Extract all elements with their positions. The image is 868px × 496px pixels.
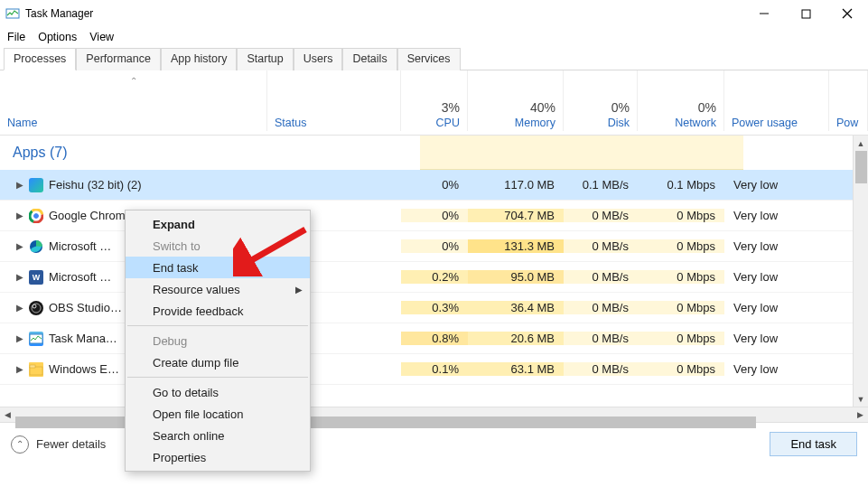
close-button[interactable] <box>826 0 868 27</box>
expand-icon[interactable]: ▶ <box>16 303 23 313</box>
word-icon: W <box>29 270 43 285</box>
col-status[interactable]: Status <box>267 70 401 131</box>
col-overflow[interactable]: Pow <box>829 70 868 131</box>
col-disk[interactable]: 0% Disk <box>564 70 638 131</box>
ctx-go-to-details[interactable]: Go to details <box>126 381 310 403</box>
fewer-details-toggle[interactable]: ⌃ Fewer details <box>11 435 106 454</box>
tab-details[interactable]: Details <box>342 48 397 70</box>
svg-rect-17 <box>30 365 35 368</box>
minimize-button[interactable] <box>743 0 785 27</box>
section-apps[interactable]: Apps (7) <box>0 136 868 170</box>
scrollbar-thumb[interactable] <box>855 151 867 183</box>
sort-indicator-icon: ⌃ <box>130 76 137 86</box>
ctx-debug[interactable]: Debug <box>126 330 310 351</box>
expand-icon[interactable]: ▶ <box>16 333 23 343</box>
col-cpu[interactable]: 3% CPU <box>401 70 468 131</box>
cpu-value: 0% <box>401 178 468 192</box>
menu-file[interactable]: File <box>7 31 25 43</box>
col-memory[interactable]: 40% Memory <box>468 70 564 131</box>
expand-icon[interactable]: ▶ <box>16 180 23 190</box>
svg-point-9 <box>33 213 39 219</box>
edge-icon <box>29 239 43 254</box>
col-network[interactable]: 0% Network <box>638 70 724 131</box>
process-name: Feishu (32 bit) (2) <box>49 178 142 192</box>
tab-services[interactable]: Services <box>397 48 461 70</box>
explorer-icon <box>29 362 43 377</box>
ctx-search-online[interactable]: Search online <box>126 425 310 446</box>
context-menu: Expand Switch to End task Resource value… <box>125 210 311 472</box>
col-name[interactable]: ⌃ Name <box>0 70 267 131</box>
menu-separator <box>127 377 308 378</box>
expand-icon[interactable]: ▶ <box>16 241 23 251</box>
memory-value: 117.0 MB <box>468 178 564 192</box>
end-task-button[interactable]: End task <box>770 432 857 456</box>
title-bar: Task Manager <box>0 0 868 27</box>
task-manager-process-icon <box>29 332 43 346</box>
feishu-icon <box>29 178 43 192</box>
window-controls <box>743 0 868 27</box>
column-headers: ⌃ Name Status 3% CPU 40% Memory 0% Disk … <box>0 70 868 136</box>
obs-icon <box>29 301 43 315</box>
expand-icon[interactable]: ▶ <box>16 272 23 282</box>
tab-performance[interactable]: Performance <box>76 48 161 70</box>
process-name: OBS Studio… <box>49 301 122 314</box>
ctx-provide-feedback[interactable]: Provide feedback <box>126 300 310 322</box>
process-name: Microsoft … <box>49 270 111 284</box>
menu-separator <box>127 325 308 326</box>
scroll-left-icon[interactable]: ◀ <box>0 407 15 423</box>
maximize-button[interactable] <box>785 0 826 27</box>
tab-startup[interactable]: Startup <box>237 48 293 70</box>
scroll-up-icon[interactable]: ▲ <box>854 136 868 151</box>
svg-rect-2 <box>802 10 810 18</box>
expand-icon[interactable]: ▶ <box>16 364 23 374</box>
scroll-down-icon[interactable]: ▼ <box>854 391 868 407</box>
expand-icon[interactable]: ▶ <box>16 211 23 220</box>
task-manager-icon <box>5 6 20 21</box>
menu-view[interactable]: View <box>89 31 114 43</box>
menu-options[interactable]: Options <box>38 31 77 43</box>
disk-value: 0.1 MB/s <box>564 178 638 192</box>
network-value: 0.1 Mbps <box>638 178 724 192</box>
ctx-end-task[interactable]: End task <box>126 257 310 278</box>
process-name: Task Mana… <box>49 332 117 345</box>
col-power-usage[interactable]: Power usage <box>724 70 829 131</box>
process-name: Windows E… <box>49 362 119 376</box>
process-name: Microsoft … <box>49 239 111 253</box>
menu-bar: File Options View <box>0 27 868 47</box>
tab-users[interactable]: Users <box>294 48 343 70</box>
ctx-expand[interactable]: Expand <box>126 213 310 235</box>
ctx-switch-to[interactable]: Switch to <box>126 235 310 257</box>
tab-processes[interactable]: Processes <box>4 48 76 70</box>
chrome-icon <box>29 209 43 223</box>
vertical-scrollbar[interactable]: ▲ ▼ <box>853 136 868 407</box>
table-row[interactable]: ▶ Feishu (32 bit) (2) 0% 117.0 MB 0.1 MB… <box>0 170 868 201</box>
scroll-right-icon[interactable]: ▶ <box>853 407 868 423</box>
submenu-arrow-icon: ▶ <box>295 285 303 295</box>
chevron-up-icon: ⌃ <box>11 435 29 454</box>
tab-strip: Processes Performance App history Startu… <box>0 47 868 70</box>
ctx-properties[interactable]: Properties <box>126 446 310 468</box>
tab-app-history[interactable]: App history <box>161 48 238 70</box>
ctx-create-dump[interactable]: Create dump file <box>126 351 310 373</box>
power-value: Very low <box>724 178 829 192</box>
ctx-open-file-location[interactable]: Open file location <box>126 403 310 425</box>
svg-rect-16 <box>30 367 42 375</box>
process-name: Google Chrom… <box>49 209 137 222</box>
window-title: Task Manager <box>25 7 93 20</box>
ctx-resource-values[interactable]: Resource values ▶ <box>126 278 310 300</box>
